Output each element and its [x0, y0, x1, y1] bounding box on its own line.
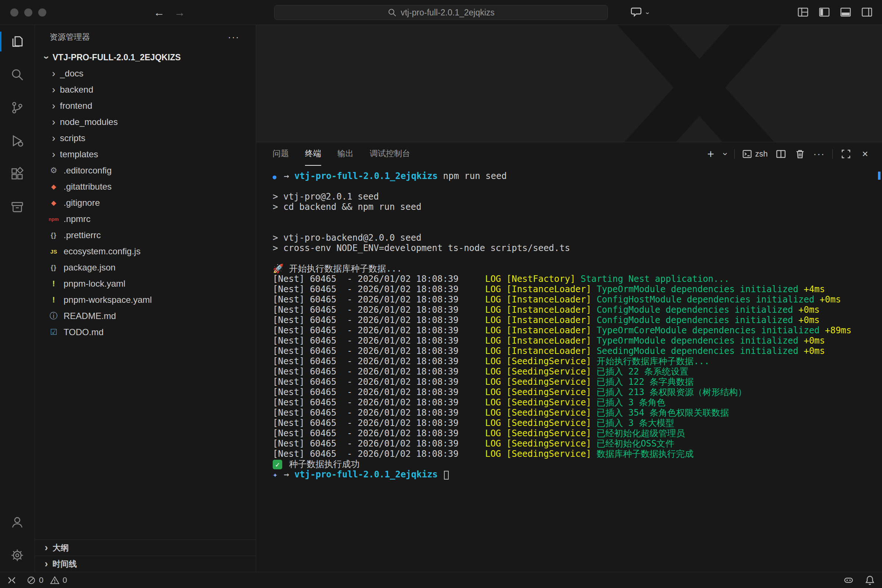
search-icon: [387, 8, 397, 17]
warnings-count: 0: [63, 576, 67, 585]
tree-file-.gitignore[interactable]: ◆.gitignore: [35, 195, 256, 211]
tree-item-label: .npmrc: [64, 214, 90, 224]
tree-item-label: package.json: [64, 262, 116, 273]
tree-file-package.json[interactable]: {}package.json: [35, 260, 256, 276]
customize-layout-icon[interactable]: [797, 6, 809, 18]
new-terminal-icon[interactable]: +: [705, 148, 717, 160]
tree-folder-backend[interactable]: ›backend: [35, 82, 256, 98]
search-view-icon[interactable]: [0, 58, 34, 91]
terminal-line: [Nest] 60465 - 2026/01/02 18:08:39 LOG […: [273, 315, 874, 325]
tree-item-label: README.md: [64, 311, 116, 321]
tree-file-pnpm-lock.yaml[interactable]: !pnpm-lock.yaml: [35, 276, 256, 292]
terminal-icon: [742, 149, 752, 159]
terminal-line: ✓ 种子数据执行成功: [273, 459, 874, 469]
navigate-back-icon[interactable]: ←: [154, 6, 165, 19]
js-file-icon: JS: [47, 249, 60, 254]
timeline-section[interactable]: › 时间线: [35, 556, 256, 572]
tree-file-.editorconfig[interactable]: ⚙.editorconfig: [35, 162, 256, 178]
remote-indicator-icon[interactable]: [7, 575, 17, 585]
bottom-panel: 问题终端输出调试控制台 + › zsh: [256, 142, 882, 572]
tree-item-label: .prettierrc: [64, 230, 101, 240]
tree-item-label: .gitignore: [64, 198, 100, 208]
kill-terminal-trash-icon[interactable]: [794, 148, 806, 160]
activity-bar: [0, 25, 35, 572]
problems-indicator[interactable]: 0 0: [27, 576, 71, 585]
sidebar-explorer: 资源管理器 ··· › VTJ-PRO-FULL-2.0.1_2EJQKIZS …: [35, 25, 256, 572]
terminal-line: [Nest] 60465 - 2026/01/02 18:08:39 LOG […: [273, 294, 874, 304]
tree-file-pnpm-workspace.yaml[interactable]: !pnpm-workspace.yaml: [35, 292, 256, 308]
close-panel-icon[interactable]: ×: [859, 148, 871, 160]
navigate-forward-icon[interactable]: →: [174, 6, 185, 19]
toggle-panel-icon[interactable]: [839, 6, 852, 18]
tree-item-label: .editorconfig: [64, 165, 112, 176]
sparkle-decoration-icon[interactable]: ✦: [273, 470, 284, 480]
close-window-button[interactable]: [10, 9, 18, 16]
terminal-line: ✦→ vtj-pro-full-2.0.1_2ejqkizs: [273, 469, 874, 480]
terminal-profile-chevron-icon[interactable]: ›: [720, 153, 730, 156]
extensions-icon[interactable]: [0, 157, 34, 190]
package-box-icon[interactable]: [0, 190, 34, 224]
tree-file-.npmrc[interactable]: npm.npmrc: [35, 211, 256, 227]
source-control-icon[interactable]: [0, 91, 34, 124]
terminal-line: > vtj-pro-backend@2.0.0 seed: [273, 232, 874, 243]
terminal-line: [273, 253, 874, 264]
npm-file-icon: npm: [47, 217, 60, 222]
panel-tab-problems[interactable]: 问题: [273, 142, 289, 166]
tree-file-TODO.md[interactable]: ☑TODO.md: [35, 324, 256, 340]
minimize-window-button[interactable]: [24, 9, 32, 16]
editor-watermark-logo: [582, 25, 817, 142]
command-center-text: vtj-pro-full-2.0.1_2ejqkizs: [400, 8, 495, 18]
tree-folder-scripts[interactable]: ›scripts: [35, 130, 256, 146]
terminal-output[interactable]: ●→ vtj-pro-full-2.0.1_2ejqkizs npm run s…: [256, 166, 882, 572]
panel-tab-output[interactable]: 输出: [338, 142, 354, 166]
tree-item-label: ecosystem.config.js: [64, 246, 140, 256]
explorer-icon[interactable]: [0, 25, 34, 58]
terminal-line: [Nest] 60465 - 2026/01/02 18:08:39 LOG […: [273, 428, 874, 438]
terminal-line: [273, 181, 874, 192]
chevron-right-icon: ›: [47, 69, 60, 79]
terminal-line: [273, 212, 874, 222]
gear-file-icon: ⚙: [47, 166, 60, 175]
errors-count: 0: [39, 576, 44, 585]
panel-tab-debug-console[interactable]: 调试控制台: [370, 142, 410, 166]
sidebar-more-actions-icon[interactable]: ···: [228, 32, 240, 43]
panel-tabs: 问题终端输出调试控制台: [273, 142, 410, 166]
command-center-search[interactable]: vtj-pro-full-2.0.1_2ejqkizs: [274, 5, 608, 20]
maximize-panel-icon[interactable]: [840, 148, 852, 160]
settings-gear-icon[interactable]: [0, 539, 34, 572]
panel-more-actions-icon[interactable]: ···: [813, 148, 825, 160]
editor-empty-area: [256, 25, 882, 142]
zoom-window-button[interactable]: [38, 9, 46, 16]
tree-folder-frontend[interactable]: ›frontend: [35, 98, 256, 114]
terminal-scrollbar-decoration[interactable]: [878, 172, 880, 180]
tree-folder-node_modules[interactable]: ›node_modules: [35, 114, 256, 130]
terminal-line: [Nest] 60465 - 2026/01/02 18:08:39 LOG […: [273, 284, 874, 294]
tree-folder-_docs[interactable]: ›_docs: [35, 65, 256, 82]
account-icon[interactable]: [0, 506, 34, 539]
tree-item-label: frontend: [60, 101, 92, 111]
chevron-down-icon: ›: [42, 51, 51, 64]
terminal-shell-tab[interactable]: zsh: [742, 149, 768, 159]
tree-folder-templates[interactable]: ›templates: [35, 146, 256, 162]
run-debug-icon[interactable]: [0, 124, 34, 157]
terminal-line: [Nest] 60465 - 2026/01/02 18:08:39 LOG […: [273, 438, 874, 449]
tree-root-folder[interactable]: › VTJ-PRO-FULL-2.0.1_2EJQKIZS: [35, 49, 256, 65]
toggle-primary-sidebar-icon[interactable]: [818, 6, 831, 18]
file-tree: › VTJ-PRO-FULL-2.0.1_2EJQKIZS ›_docs›bac…: [35, 49, 256, 540]
tree-file-.gitattributes[interactable]: ◆.gitattributes: [35, 178, 256, 195]
git-file-icon: ◆: [47, 183, 60, 190]
command-success-decoration-icon[interactable]: ●: [273, 172, 284, 182]
outline-section[interactable]: › 大纲: [35, 540, 256, 556]
split-terminal-icon[interactable]: [775, 148, 787, 160]
panel-tab-terminal[interactable]: 终端: [305, 142, 321, 166]
terminal-line: [Nest] 60465 - 2026/01/02 18:08:39 LOG […: [273, 449, 874, 459]
tree-file-.prettierrc[interactable]: {}.prettierrc: [35, 227, 256, 243]
copilot-chat-button[interactable]: ⌄: [630, 6, 651, 18]
tree-item-label: TODO.md: [64, 327, 104, 338]
toggle-secondary-sidebar-icon[interactable]: [861, 6, 873, 18]
tree-file-README.md[interactable]: ⓘREADME.md: [35, 308, 256, 324]
copilot-icon[interactable]: [843, 575, 854, 586]
notifications-bell-icon[interactable]: [864, 575, 875, 586]
tree-file-ecosystem.config.js[interactable]: JSecosystem.config.js: [35, 243, 256, 260]
terminal-line: > cross-env NODE_ENV=development ts-node…: [273, 243, 874, 253]
